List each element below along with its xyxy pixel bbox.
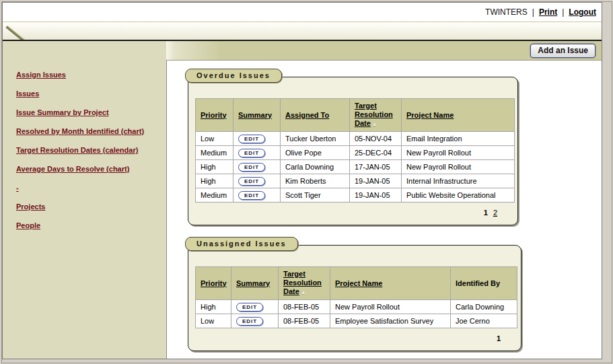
table-row: MediumEDITScott Tiger19-JAN-05Public Web… [196,188,515,203]
column-sort-link[interactable]: Project Name [335,279,382,287]
panel-body: PrioritySummaryAssigned ToTarget Resolut… [188,77,518,225]
sidebar-item: Assign Issues [16,69,159,79]
column-header[interactable]: Assigned To [281,99,350,132]
sidebar-link[interactable]: Target Resolution Dates (calendar) [16,146,138,154]
pagination: 12 [195,203,509,218]
sidebar-link[interactable]: Resolved by Month Identified (chart) [16,127,144,135]
panel-body: PrioritySummaryTarget Resolution Date▲Pr… [188,245,521,351]
summary-cell: EDIT [233,132,281,146]
table-cell: Olive Pope [281,146,350,160]
edit-button[interactable]: EDIT [236,317,263,326]
pagination: 1 [195,328,513,344]
table-cell: Medium [196,188,233,203]
sidebar-item: Resolved by Month Identified (chart) [16,126,159,136]
action-strip: Add an Issue [166,41,602,61]
column-sort-link[interactable]: Project Name [406,111,454,119]
sidebar-link[interactable]: Issues [16,89,39,98]
username-label: TWINTERS [485,7,528,17]
table-cell: High [196,300,231,314]
sidebar-link[interactable]: - [16,184,19,192]
sidebar-item: Issues [16,88,159,98]
summary-cell: EDIT [233,160,281,174]
column-label: Identified By [456,279,500,287]
table-cell: 05-NOV-04 [350,132,402,146]
separator: | [532,7,534,17]
table-cell: 19-JAN-05 [350,174,402,188]
sidebar-link[interactable]: Issue Summary by Project [16,108,109,116]
sidebar-link[interactable]: Average Days to Resolve (chart) [16,165,129,173]
table-header-row: PrioritySummaryAssigned ToTarget Resolut… [196,99,515,132]
summary-cell: EDIT [233,174,281,188]
sidebar-nav: Assign IssuesIssuesIssue Summary by Proj… [3,41,166,359]
table-header-row: PrioritySummaryTarget Resolution Date▲Pr… [196,267,517,300]
column-header[interactable]: Summary [233,99,281,132]
table-cell: Carla Downing [451,300,517,314]
column-sort-link[interactable]: Summary [238,111,272,119]
table-cell: Public Website Operational [402,188,515,203]
unassigned-issues-table: PrioritySummaryTarget Resolution Date▲Pr… [195,266,517,328]
pagination-current-page: 1 [484,209,488,217]
column-sort-link[interactable]: Assigned To [285,111,329,119]
table-row: HighEDIT08-FEB-05New Payroll RolloutCarl… [196,300,517,314]
sidebar-link[interactable]: People [16,221,40,229]
edit-button[interactable]: EDIT [238,149,265,157]
table-row: HighEDITKim Roberts19-JAN-05Internal Inf… [196,174,515,188]
add-an-issue-button[interactable]: Add an Issue [530,44,596,58]
table-cell: High [196,160,233,174]
sidebar-item: People [16,220,159,230]
sidebar-item: Projects [16,201,159,211]
column-sort-link[interactable]: Priority [201,279,227,287]
table-cell: New Payroll Rollout [402,160,515,174]
overdue-issues-table: PrioritySummaryAssigned ToTarget Resolut… [195,98,515,203]
table-cell: 19-JAN-05 [350,188,402,203]
pagination-page-link[interactable]: 2 [493,209,497,217]
table-row: MediumEDITOlive Pope25-DEC-04New Payroll… [196,146,515,160]
sidebar-item: Average Days to Resolve (chart) [16,163,159,174]
table-row: HighEDITCarla Downing17-JAN-05New Payrol… [196,160,515,174]
panel-title: Unassigned Issues [185,237,298,251]
main-content: Overdue Issues PrioritySummaryAssigned T… [166,61,602,359]
main-area: Add an Issue Overdue Issues PrioritySumm… [166,41,602,359]
column-header[interactable]: Project Name [330,267,451,300]
sidebar-link[interactable]: Assign Issues [16,71,66,79]
summary-cell: EDIT [233,146,281,160]
edit-button[interactable]: EDIT [238,163,265,172]
sidebar-link[interactable]: Projects [16,203,45,211]
logout-link[interactable]: Logout [569,7,596,17]
column-sort-link[interactable]: Priority [201,111,227,119]
column-header[interactable]: Target Resolution Date▲ [350,99,402,132]
summary-cell: EDIT [231,314,279,328]
table-cell: 08-FEB-05 [279,314,330,328]
pagination-current-page: 1 [497,334,501,342]
column-sort-link[interactable]: Summary [236,279,270,287]
decorative-band [3,22,602,40]
table-cell: Low [196,314,231,328]
separator: | [562,7,564,17]
edit-button[interactable]: EDIT [236,303,263,312]
table-cell: High [196,174,233,188]
content-area: Assign IssuesIssuesIssue Summary by Proj… [3,41,602,359]
edit-button[interactable]: EDIT [238,191,265,200]
column-header[interactable]: Target Resolution Date▲ [279,267,330,300]
table-cell: Email Integration [402,132,515,146]
table-cell: 25-DEC-04 [350,146,402,160]
sidebar-item: - [16,182,159,192]
page: TWINTERS | Print | Logout Assign IssuesI… [2,2,602,359]
edit-button[interactable]: EDIT [238,135,265,143]
top-bar: TWINTERS | Print | Logout [3,3,602,22]
diagonal-stripe-decoration [5,26,30,40]
column-header[interactable]: Project Name [402,99,515,132]
overdue-issues-panel: Overdue Issues PrioritySummaryAssigned T… [188,77,518,225]
table-row: LowEDITTucker Uberton05-NOV-04Email Inte… [196,132,515,146]
column-header[interactable]: Priority [196,99,233,132]
column-header[interactable]: Summary [231,267,279,300]
table-row: LowEDIT08-FEB-05Employee Satisfaction Su… [196,314,517,328]
table-cell: New Payroll Rollout [402,146,515,160]
summary-cell: EDIT [231,300,279,314]
column-header[interactable]: Priority [196,267,231,300]
table-cell: Scott Tiger [281,188,350,203]
edit-button[interactable]: EDIT [238,177,265,186]
print-link[interactable]: Print [539,7,557,17]
browser-window: TWINTERS | Print | Logout Assign IssuesI… [0,0,613,364]
table-cell: Medium [196,146,233,160]
